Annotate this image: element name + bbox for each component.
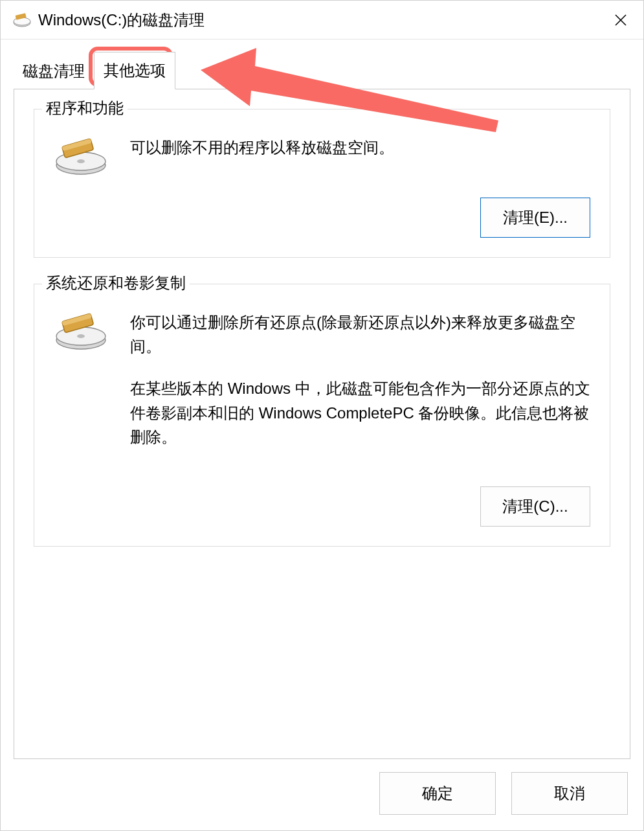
programs-icon xyxy=(54,135,112,178)
dialog-footer: 确定 取消 xyxy=(1,759,643,830)
close-icon xyxy=(615,14,627,26)
group-system-restore: 系统还原和卷影复制 你 xyxy=(34,284,610,547)
tab-strip: 磁盘清理 其他选项 xyxy=(14,51,630,89)
svg-point-12 xyxy=(77,334,85,338)
programs-description: 可以删除不用的程序以释放磁盘空间。 xyxy=(130,135,590,178)
cancel-button[interactable]: 取消 xyxy=(511,772,628,815)
restore-description: 你可以通过删除所有还原点(除最新还原点以外)来释放更多磁盘空间。 在某些版本的 … xyxy=(130,310,590,467)
restore-icon xyxy=(54,310,112,467)
cleanup-programs-button[interactable]: 清理(E)... xyxy=(480,198,590,238)
group-programs-and-features: 程序和功能 可以删除不 xyxy=(34,109,610,258)
tab-other-options[interactable]: 其他选项 xyxy=(94,52,175,89)
group-title-restore: 系统还原和卷影复制 xyxy=(42,273,190,293)
titlebar: Windows(C:)的磁盘清理 xyxy=(1,1,643,40)
tab-disk-cleanup[interactable]: 磁盘清理 xyxy=(14,53,94,89)
content-area: 磁盘清理 其他选项 程序和功能 xyxy=(1,40,643,759)
svg-point-7 xyxy=(77,159,85,163)
group-title-programs: 程序和功能 xyxy=(42,98,128,119)
window-title: Windows(C:)的磁盘清理 xyxy=(38,10,598,30)
tab-panel-other-options: 程序和功能 可以删除不 xyxy=(14,89,630,759)
disk-cleanup-window: Windows(C:)的磁盘清理 磁盘清理 其他选项 程序和功能 xyxy=(0,0,644,831)
ok-button[interactable]: 确定 xyxy=(379,772,496,815)
cleanup-restore-button[interactable]: 清理(C)... xyxy=(480,486,590,527)
close-button[interactable] xyxy=(598,1,643,40)
disk-cleanup-icon xyxy=(12,10,32,30)
